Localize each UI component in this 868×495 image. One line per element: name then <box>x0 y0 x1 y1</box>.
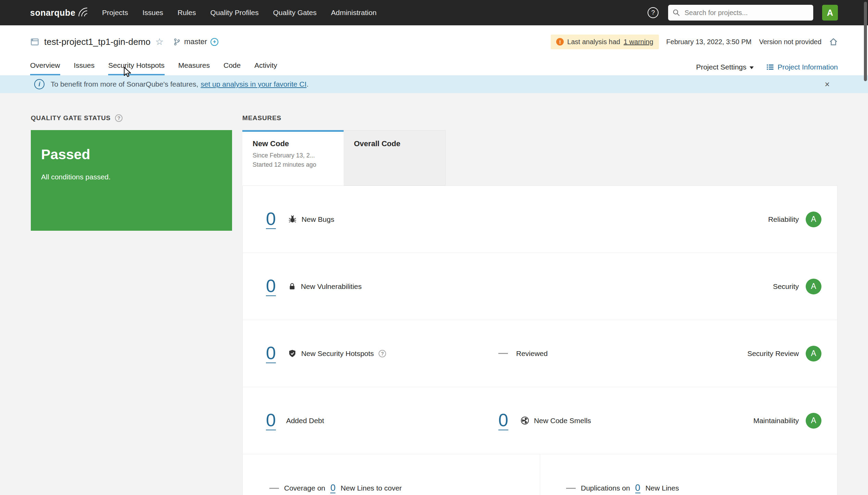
avatar[interactable]: A <box>822 5 838 21</box>
reliability-rating-badge: A <box>806 212 821 227</box>
new-code-since: Since February 13, 2... <box>253 152 335 159</box>
main-nav: Projects Issues Rules Quality Profiles Q… <box>102 9 376 17</box>
nav-quality-profiles[interactable]: Quality Profiles <box>210 9 259 17</box>
bug-icon <box>288 215 297 224</box>
project-settings-dropdown[interactable]: Project Settings <box>696 63 754 71</box>
measures-tabs: New Code Since February 13, 2... Started… <box>242 130 446 186</box>
search-input[interactable] <box>668 5 813 21</box>
new-vulnerabilities-count[interactable]: 0 <box>266 277 276 296</box>
vertical-scrollbar-thumb[interactable] <box>864 2 867 81</box>
quality-gate-help-icon[interactable]: ? <box>115 114 123 122</box>
banner-text-suffix: . <box>307 80 309 88</box>
quality-gate-description: All conditions passed. <box>41 173 222 181</box>
measure-label: New Vulnerabilities <box>301 282 362 291</box>
project-qualifier-icon <box>30 37 39 47</box>
project-information-label: Project Information <box>778 63 838 71</box>
tab-activity[interactable]: Activity <box>254 61 277 75</box>
new-code-started: Started 12 minutes ago <box>253 161 335 168</box>
domain-label: Security Review <box>747 350 799 358</box>
warning-icon: ! <box>556 38 564 46</box>
version-label: Version not provided <box>759 38 821 46</box>
duplications-cell: Duplications on 0 New Lines <box>540 454 837 495</box>
close-icon[interactable]: × <box>825 80 830 89</box>
measure-label: New Security Hotspots <box>301 350 374 358</box>
domain-label: Reliability <box>768 215 799 224</box>
branch-plus-icon[interactable]: + <box>210 38 218 46</box>
added-debt-count[interactable]: 0 <box>266 411 276 430</box>
chevron-down-icon <box>750 66 754 69</box>
measure-label: Added Debt <box>286 417 324 425</box>
coverage-prefix: Coverage on <box>284 484 325 492</box>
help-icon[interactable]: ? <box>648 7 659 18</box>
project-header: test-project1_tp1-gin-demo ☆ master + ! … <box>0 25 868 75</box>
project-title: test-project1_tp1-gin-demo <box>44 37 151 47</box>
no-data-dash <box>498 353 508 354</box>
tab-issues[interactable]: Issues <box>74 61 95 75</box>
measures-heading: MEASURES <box>242 114 281 122</box>
overview-content: QUALITY GATE STATUS ? Passed All conditi… <box>0 93 868 495</box>
logo-text: sonarqube <box>30 8 75 18</box>
measures-panel: 0 New Bugs Reliability A 0 <box>242 186 838 495</box>
navbar-right: ? A <box>648 5 838 21</box>
analysis-date: February 13, 2022, 3:50 PM <box>666 38 752 46</box>
domain-label: Security <box>773 282 799 291</box>
nav-issues[interactable]: Issues <box>142 9 163 17</box>
tab-security-hotspots[interactable]: Security Hotspots <box>108 61 165 75</box>
search-icon <box>673 9 680 16</box>
favorite-star-icon[interactable]: ☆ <box>155 37 164 47</box>
measure-row-bugs: 0 New Bugs Reliability A <box>243 186 837 253</box>
no-data-dash <box>566 488 576 489</box>
warning-text: Last analysis had <box>567 38 620 46</box>
measure-row-vulnerabilities: 0 New Vulnerabilities Security A <box>243 253 837 320</box>
measure-row-maintainability: 0 Added Debt 0 New Code Smells Maintaina… <box>243 387 837 454</box>
project-tabs: Overview Issues Security Hotspots Measur… <box>30 61 277 75</box>
measure-row-hotspots: 0 New Security Hotspots ? Reviewed Secur… <box>243 320 837 387</box>
ci-setup-link[interactable]: set up analysis in your favorite CI <box>201 80 306 88</box>
tab-overall-code[interactable]: Overall Code <box>344 130 446 186</box>
tab-measures[interactable]: Measures <box>178 61 210 75</box>
new-code-smells-count[interactable]: 0 <box>498 411 508 430</box>
new-bugs-count[interactable]: 0 <box>266 210 276 229</box>
quality-gate-status: Passed <box>41 147 222 163</box>
quality-gate-heading: QUALITY GATE STATUS <box>31 114 111 122</box>
code-smell-icon <box>521 416 529 425</box>
reviewed-label: Reviewed <box>516 350 548 358</box>
lock-icon <box>288 282 296 291</box>
new-hotspots-count[interactable]: 0 <box>266 344 276 363</box>
duplications-suffix: New Lines <box>646 484 679 492</box>
duplications-new-lines-count[interactable]: 0 <box>635 483 640 493</box>
shield-icon <box>288 349 296 358</box>
branch-icon <box>173 38 181 46</box>
duplications-prefix: Duplications on <box>581 484 630 492</box>
warning-count-link[interactable]: 1 warning <box>624 38 653 46</box>
new-code-tab-label: New Code <box>253 139 335 148</box>
measure-label: New Code Smells <box>534 417 591 425</box>
coverage-suffix: New Lines to cover <box>341 484 402 492</box>
tab-overview[interactable]: Overview <box>30 61 60 75</box>
nav-projects[interactable]: Projects <box>102 9 128 17</box>
branch-name: master <box>184 37 207 46</box>
tab-code[interactable]: Code <box>224 61 241 75</box>
project-settings-label: Project Settings <box>696 63 746 71</box>
security-review-rating-badge: A <box>806 346 821 361</box>
nav-administration[interactable]: Administration <box>331 9 376 17</box>
no-data-dash <box>269 488 279 489</box>
banner-text: To benefit from more of SonarQube's feat… <box>51 80 198 88</box>
domain-label: Maintainability <box>753 417 799 425</box>
measure-label: New Bugs <box>302 215 334 224</box>
home-icon[interactable] <box>829 37 838 46</box>
sonarqube-logo[interactable]: sonarqube <box>30 8 88 18</box>
analysis-warning-chip: ! Last analysis had 1 warning <box>551 35 659 49</box>
maintainability-rating-badge: A <box>806 413 821 429</box>
coverage-new-lines-count[interactable]: 0 <box>330 483 335 493</box>
quality-gate-card: Passed All conditions passed. <box>31 130 232 231</box>
measures-footer: Coverage on 0 New Lines to cover Duplica… <box>243 454 837 495</box>
branch-group: master + <box>173 37 218 46</box>
project-information-button[interactable]: Project Information <box>766 63 838 71</box>
search-box <box>668 5 813 21</box>
nav-rules[interactable]: Rules <box>178 9 196 17</box>
tab-new-code[interactable]: New Code Since February 13, 2... Started… <box>242 130 344 186</box>
hotspots-help-icon[interactable]: ? <box>379 350 386 357</box>
top-navbar: sonarqube Projects Issues Rules Quality … <box>0 0 868 25</box>
nav-quality-gates[interactable]: Quality Gates <box>273 9 317 17</box>
